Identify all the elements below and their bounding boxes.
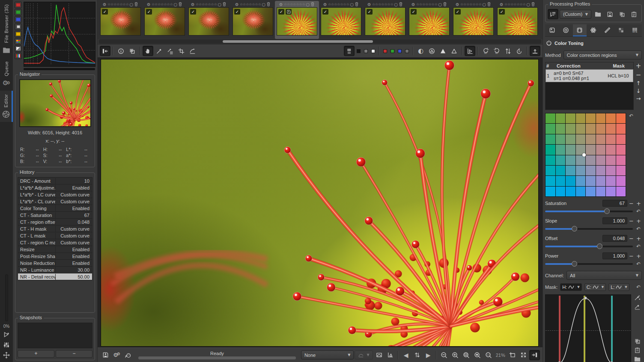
ab-grid-cell[interactable] <box>556 113 566 123</box>
history-item[interactable]: CT - Saturation67 <box>18 212 92 218</box>
tab-metadata[interactable]: META <box>628 24 642 36</box>
remove-region-icon[interactable]: − <box>636 71 641 79</box>
profile-fill-mode-button[interactable] <box>548 9 558 19</box>
ab-grid-cell[interactable] <box>616 134 626 144</box>
history-item[interactable]: CT - region C maskCustom curve <box>18 239 92 246</box>
ab-grid-cell[interactable] <box>586 176 596 186</box>
history-item[interactable]: Post-Resize Sharp...Enabled <box>18 253 92 259</box>
profile-applied-icon[interactable]: ⚙ <box>411 2 415 7</box>
filmstrip-thumbnail[interactable]: ⚙ ☆☆☆☆☆☆☆ ○ ✓ <box>319 1 363 39</box>
history-item[interactable]: CT - H maskCustom curve <box>18 226 92 232</box>
ab-grid-cell[interactable] <box>556 187 566 196</box>
profile-applied-icon[interactable]: ⚙ <box>367 2 371 7</box>
filmstrip-scroll-thumb[interactable] <box>223 40 373 43</box>
tab-queue[interactable]: Queue ⚙⚙ <box>0 58 13 91</box>
save-image-icon[interactable] <box>100 350 111 360</box>
color-label-icon[interactable]: ○ <box>262 2 266 7</box>
edit-point-icon[interactable] <box>634 294 641 302</box>
pin-toolbar-icon[interactable] <box>530 46 540 56</box>
correction-row[interactable]: 1 a=0 b=0 S=67 s=1 o=0.048 p=1 HCL b=10 <box>546 69 633 82</box>
ab-grid-cell[interactable] <box>566 124 575 134</box>
trash-icon[interactable] <box>134 2 138 7</box>
ab-grid-cell[interactable] <box>556 124 566 134</box>
history-item[interactable]: L*a*b* - LC curveCustom curve <box>18 191 92 198</box>
tab-advanced[interactable] <box>587 24 600 36</box>
copy-profile-button[interactable] <box>617 9 627 19</box>
previous-image-icon[interactable]: ◀ <box>401 350 411 360</box>
ab-grid-cell[interactable] <box>606 124 616 134</box>
gamut-warning-icon[interactable] <box>426 46 437 56</box>
decrement-button[interactable]: − <box>628 253 635 259</box>
history-item[interactable]: L*a*b* Adjustme...Enabled <box>18 184 92 191</box>
tab-file-browser[interactable]: File Browser (35) <box>0 0 13 58</box>
rotate-left-icon[interactable]: 90° <box>480 46 491 56</box>
trash-icon[interactable] <box>310 2 315 7</box>
ab-grid-cell[interactable] <box>606 176 616 186</box>
mask-button-c[interactable]: C:▼ <box>584 283 606 291</box>
ab-grid-cell[interactable] <box>566 166 575 175</box>
slider-knob[interactable] <box>597 243 602 249</box>
hand-tool-icon[interactable] <box>143 46 153 56</box>
rank-stars[interactable]: ☆☆☆☆☆☆☆ <box>328 2 349 6</box>
red-channel-button[interactable] <box>15 2 22 8</box>
color-picker-icon[interactable] <box>154 46 164 56</box>
filmstrip-thumbnail[interactable]: ⚙ ☆☆☆☆☆☆☆ ○ ✓ <box>275 1 319 39</box>
snapshots-list[interactable] <box>18 323 92 348</box>
remove-snapshot-button[interactable]: − <box>56 350 92 358</box>
profile-dropdown[interactable]: (Custom) ▼ <box>560 10 591 19</box>
rank-stars[interactable]: ☆☆☆☆☆☆☆ <box>240 2 261 6</box>
ab-grid-cell[interactable] <box>546 187 555 196</box>
add-to-queue-icon[interactable] <box>2 330 11 339</box>
channel-red-icon[interactable] <box>382 47 388 55</box>
zoom-fit-crop-icon[interactable] <box>472 350 483 360</box>
ab-grid-cell[interactable] <box>556 166 566 175</box>
load-profile-button[interactable] <box>593 9 603 19</box>
slider-track-slope[interactable] <box>545 228 633 230</box>
add-snapshot-button[interactable]: + <box>18 350 54 358</box>
ab-grid-cell[interactable] <box>616 187 626 196</box>
filmstrip-thumbnail[interactable]: ⚙ ☆☆☆☆☆☆☆ ○ ✓ <box>363 1 407 39</box>
ab-grid-cell[interactable] <box>606 145 616 154</box>
zoom-out-icon[interactable] <box>439 350 450 360</box>
zoom-100-icon[interactable]: 1:1 <box>483 350 494 360</box>
save-profile-button[interactable] <box>605 9 615 19</box>
soft-proofing-icon[interactable] <box>374 350 385 360</box>
working-profile-button[interactable] <box>15 38 22 45</box>
ab-grid-cell[interactable] <box>596 155 606 165</box>
tab-exposure[interactable] <box>545 24 559 36</box>
tab-editor[interactable]: Editor <box>0 91 13 122</box>
ab-grid-cell[interactable] <box>576 124 586 134</box>
slider-value-offset[interactable]: 0.048 <box>602 235 627 242</box>
filmstrip-thumbnail[interactable]: ⚙ ☆☆☆☆☆☆☆ ○ ✓ <box>143 1 187 39</box>
ab-grid-cell[interactable] <box>606 187 616 196</box>
thumbnail-image[interactable]: ✓ <box>409 7 450 36</box>
increment-button[interactable]: + <box>635 200 642 207</box>
rank-stars[interactable]: ☆☆☆☆☆☆☆ <box>284 2 305 6</box>
add-region-icon[interactable]: + <box>636 62 641 70</box>
channel-dropdown[interactable]: All ▼ <box>566 271 642 280</box>
ab-grid-cell[interactable] <box>586 145 596 154</box>
ab-grid-cell[interactable] <box>546 134 555 144</box>
chromaticity-button[interactable] <box>15 31 22 37</box>
luminosity-button[interactable] <box>15 24 22 30</box>
trash-icon[interactable] <box>355 2 359 7</box>
ab-grid-cell[interactable] <box>576 113 586 123</box>
tab-transform[interactable] <box>600 24 614 36</box>
trash-icon[interactable] <box>266 2 271 7</box>
ab-grid-cell[interactable] <box>596 113 606 123</box>
ab-grid-cell[interactable] <box>566 113 575 123</box>
history-item[interactable]: CT - region offset0.048 <box>18 219 92 225</box>
ab-grid-cell[interactable] <box>606 113 616 123</box>
history-item[interactable]: DRC - Amount10 <box>18 178 92 184</box>
slider-track-offset[interactable] <box>545 246 633 247</box>
move-up-icon[interactable]: ↑ <box>636 80 641 86</box>
ab-grid-cell[interactable] <box>586 187 596 196</box>
slider-value-power[interactable]: 1.000 <box>602 252 627 259</box>
ab-grid-cell[interactable] <box>566 187 575 196</box>
ab-color-grid[interactable] <box>545 113 626 197</box>
history-item[interactable]: NR - Detail recove...50.00 <box>18 273 92 280</box>
queue-processing-icon[interactable]: ⚙⚙ <box>111 350 122 360</box>
history-item[interactable]: Color ToningEnabled <box>18 205 92 211</box>
trash-icon[interactable] <box>222 2 227 7</box>
ab-grid-cell[interactable] <box>616 176 626 186</box>
